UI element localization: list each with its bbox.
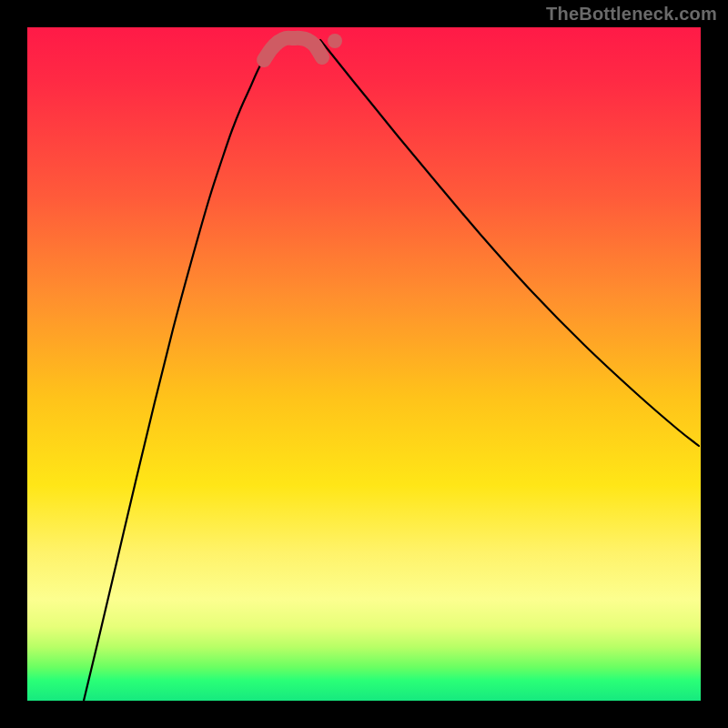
curve-left-curve	[84, 40, 275, 701]
trough-stroke	[264, 38, 322, 60]
trough-outlier-dot	[328, 34, 342, 48]
curve-right-curve	[320, 40, 699, 446]
chart-plot-area	[27, 27, 701, 701]
watermark-text: TheBottleneck.com	[546, 4, 717, 25]
chart-svg	[27, 27, 701, 701]
